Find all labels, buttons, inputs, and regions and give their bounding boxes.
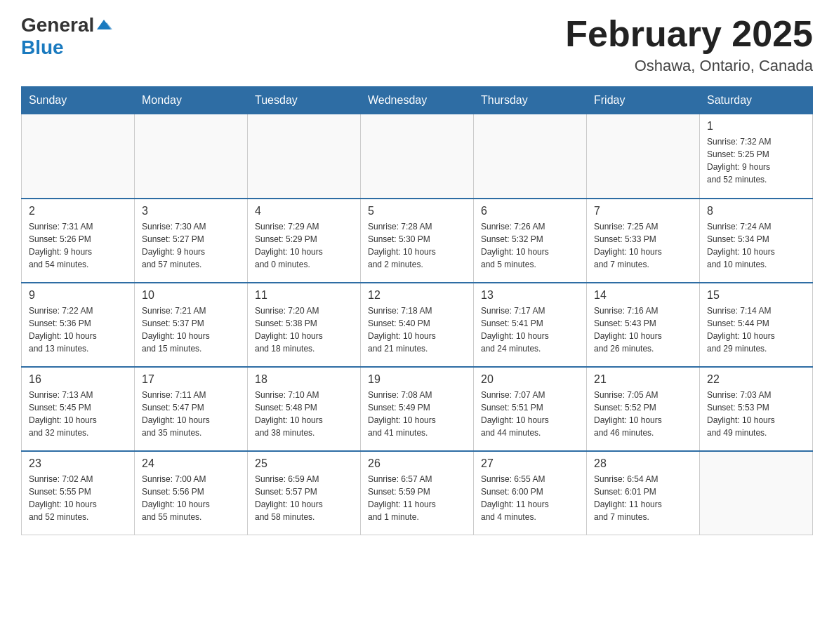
day-info: Sunrise: 7:07 AMSunset: 5:51 PMDaylight:…: [481, 389, 579, 439]
day-number: 27: [481, 457, 579, 470]
weekday-header-saturday: Saturday: [700, 87, 813, 114]
day-info: Sunrise: 7:08 AMSunset: 5:49 PMDaylight:…: [368, 389, 466, 439]
day-info: Sunrise: 7:24 AMSunset: 5:34 PMDaylight:…: [707, 220, 805, 271]
weekday-header-monday: Monday: [135, 87, 248, 114]
calendar-cell: 14Sunrise: 7:16 AMSunset: 5:43 PMDayligh…: [587, 283, 700, 367]
day-info: Sunrise: 6:55 AMSunset: 6:00 PMDaylight:…: [481, 473, 579, 523]
day-number: 17: [142, 373, 240, 386]
calendar-cell: 24Sunrise: 7:00 AMSunset: 5:56 PMDayligh…: [135, 451, 248, 535]
day-info: Sunrise: 7:28 AMSunset: 5:30 PMDaylight:…: [368, 220, 466, 271]
day-info: Sunrise: 6:54 AMSunset: 6:01 PMDaylight:…: [594, 473, 692, 523]
calendar-cell: 25Sunrise: 6:59 AMSunset: 5:57 PMDayligh…: [248, 451, 361, 535]
day-number: 23: [29, 457, 127, 470]
day-number: 15: [707, 289, 805, 302]
calendar-cell: [700, 451, 813, 535]
day-number: 10: [142, 289, 240, 302]
day-info: Sunrise: 6:57 AMSunset: 5:59 PMDaylight:…: [368, 473, 466, 523]
weekday-header-thursday: Thursday: [474, 87, 587, 114]
logo-blue-text: Blue: [21, 36, 64, 59]
day-info: Sunrise: 7:17 AMSunset: 5:41 PMDaylight:…: [481, 304, 579, 355]
calendar-cell: 27Sunrise: 6:55 AMSunset: 6:00 PMDayligh…: [474, 451, 587, 535]
day-info: Sunrise: 7:10 AMSunset: 5:48 PMDaylight:…: [255, 389, 353, 439]
day-number: 7: [594, 205, 692, 217]
weekday-header-row: SundayMondayTuesdayWednesdayThursdayFrid…: [22, 87, 813, 114]
calendar-cell: 17Sunrise: 7:11 AMSunset: 5:47 PMDayligh…: [135, 367, 248, 451]
calendar-cell: 10Sunrise: 7:21 AMSunset: 5:37 PMDayligh…: [135, 283, 248, 367]
calendar-week-row: 2Sunrise: 7:31 AMSunset: 5:26 PMDaylight…: [22, 199, 813, 283]
calendar-cell: 9Sunrise: 7:22 AMSunset: 5:36 PMDaylight…: [22, 283, 135, 367]
calendar-cell: 2Sunrise: 7:31 AMSunset: 5:26 PMDaylight…: [22, 199, 135, 283]
calendar-cell: 18Sunrise: 7:10 AMSunset: 5:48 PMDayligh…: [248, 367, 361, 451]
day-info: Sunrise: 7:29 AMSunset: 5:29 PMDaylight:…: [255, 220, 353, 271]
calendar-cell: 7Sunrise: 7:25 AMSunset: 5:33 PMDaylight…: [587, 199, 700, 283]
calendar-week-row: 1Sunrise: 7:32 AMSunset: 5:25 PMDaylight…: [22, 114, 813, 199]
day-info: Sunrise: 7:18 AMSunset: 5:40 PMDaylight:…: [368, 304, 466, 355]
calendar-cell: 20Sunrise: 7:07 AMSunset: 5:51 PMDayligh…: [474, 367, 587, 451]
day-info: Sunrise: 7:30 AMSunset: 5:27 PMDaylight:…: [142, 220, 240, 271]
calendar-cell: 28Sunrise: 6:54 AMSunset: 6:01 PMDayligh…: [587, 451, 700, 535]
calendar-cell: 15Sunrise: 7:14 AMSunset: 5:44 PMDayligh…: [700, 283, 813, 367]
calendar-cell: 21Sunrise: 7:05 AMSunset: 5:52 PMDayligh…: [587, 367, 700, 451]
calendar-cell: 4Sunrise: 7:29 AMSunset: 5:29 PMDaylight…: [248, 199, 361, 283]
day-number: 3: [142, 205, 240, 217]
day-number: 24: [142, 457, 240, 470]
calendar-cell: 23Sunrise: 7:02 AMSunset: 5:55 PMDayligh…: [22, 451, 135, 535]
calendar-subtitle: Oshawa, Ontario, Canada: [565, 57, 813, 75]
calendar-cell: 11Sunrise: 7:20 AMSunset: 5:38 PMDayligh…: [248, 283, 361, 367]
calendar-cell: [135, 114, 248, 199]
day-info: Sunrise: 7:21 AMSunset: 5:37 PMDaylight:…: [142, 304, 240, 355]
logo-icon: [95, 17, 112, 34]
day-number: 16: [29, 373, 127, 386]
day-number: 21: [594, 373, 692, 386]
calendar-week-row: 16Sunrise: 7:13 AMSunset: 5:45 PMDayligh…: [22, 367, 813, 451]
day-info: Sunrise: 7:25 AMSunset: 5:33 PMDaylight:…: [594, 220, 692, 271]
day-number: 2: [29, 205, 127, 217]
calendar-cell: 8Sunrise: 7:24 AMSunset: 5:34 PMDaylight…: [700, 199, 813, 283]
day-info: Sunrise: 7:03 AMSunset: 5:53 PMDaylight:…: [707, 389, 805, 439]
day-info: Sunrise: 7:31 AMSunset: 5:26 PMDaylight:…: [29, 220, 127, 271]
calendar-cell: 22Sunrise: 7:03 AMSunset: 5:53 PMDayligh…: [700, 367, 813, 451]
weekday-header-wednesday: Wednesday: [361, 87, 474, 114]
day-info: Sunrise: 7:16 AMSunset: 5:43 PMDaylight:…: [594, 304, 692, 355]
day-info: Sunrise: 7:05 AMSunset: 5:52 PMDaylight:…: [594, 389, 692, 439]
day-info: Sunrise: 7:00 AMSunset: 5:56 PMDaylight:…: [142, 473, 240, 523]
day-number: 22: [707, 373, 805, 386]
calendar-cell: [22, 114, 135, 199]
day-number: 1: [707, 120, 805, 133]
calendar-cell: 3Sunrise: 7:30 AMSunset: 5:27 PMDaylight…: [135, 199, 248, 283]
logo: General Blue: [21, 14, 112, 59]
logo-general-text: General: [21, 14, 94, 36]
page-header: General Blue February 2025 Oshawa, Ontar…: [21, 14, 813, 75]
day-number: 12: [368, 289, 466, 302]
weekday-header-tuesday: Tuesday: [248, 87, 361, 114]
day-info: Sunrise: 7:22 AMSunset: 5:36 PMDaylight:…: [29, 304, 127, 355]
calendar-title: February 2025: [565, 14, 813, 54]
day-number: 8: [707, 205, 805, 217]
day-info: Sunrise: 7:14 AMSunset: 5:44 PMDaylight:…: [707, 304, 805, 355]
title-area: February 2025 Oshawa, Ontario, Canada: [565, 14, 813, 75]
day-number: 6: [481, 205, 579, 217]
day-number: 26: [368, 457, 466, 470]
day-info: Sunrise: 7:32 AMSunset: 5:25 PMDaylight:…: [707, 135, 805, 186]
day-number: 18: [255, 373, 353, 386]
calendar-cell: [587, 114, 700, 199]
day-number: 11: [255, 289, 353, 302]
day-info: Sunrise: 7:02 AMSunset: 5:55 PMDaylight:…: [29, 473, 127, 523]
day-info: Sunrise: 7:20 AMSunset: 5:38 PMDaylight:…: [255, 304, 353, 355]
day-number: 28: [594, 457, 692, 470]
calendar-cell: [248, 114, 361, 199]
day-number: 5: [368, 205, 466, 217]
calendar-cell: 12Sunrise: 7:18 AMSunset: 5:40 PMDayligh…: [361, 283, 474, 367]
calendar-week-row: 9Sunrise: 7:22 AMSunset: 5:36 PMDaylight…: [22, 283, 813, 367]
day-number: 14: [594, 289, 692, 302]
weekday-header-sunday: Sunday: [22, 87, 135, 114]
calendar-cell: 16Sunrise: 7:13 AMSunset: 5:45 PMDayligh…: [22, 367, 135, 451]
day-info: Sunrise: 6:59 AMSunset: 5:57 PMDaylight:…: [255, 473, 353, 523]
day-number: 20: [481, 373, 579, 386]
day-number: 13: [481, 289, 579, 302]
calendar-cell: 1Sunrise: 7:32 AMSunset: 5:25 PMDaylight…: [700, 114, 813, 199]
day-number: 9: [29, 289, 127, 302]
calendar-cell: 19Sunrise: 7:08 AMSunset: 5:49 PMDayligh…: [361, 367, 474, 451]
weekday-header-friday: Friday: [587, 87, 700, 114]
day-info: Sunrise: 7:13 AMSunset: 5:45 PMDaylight:…: [29, 389, 127, 439]
